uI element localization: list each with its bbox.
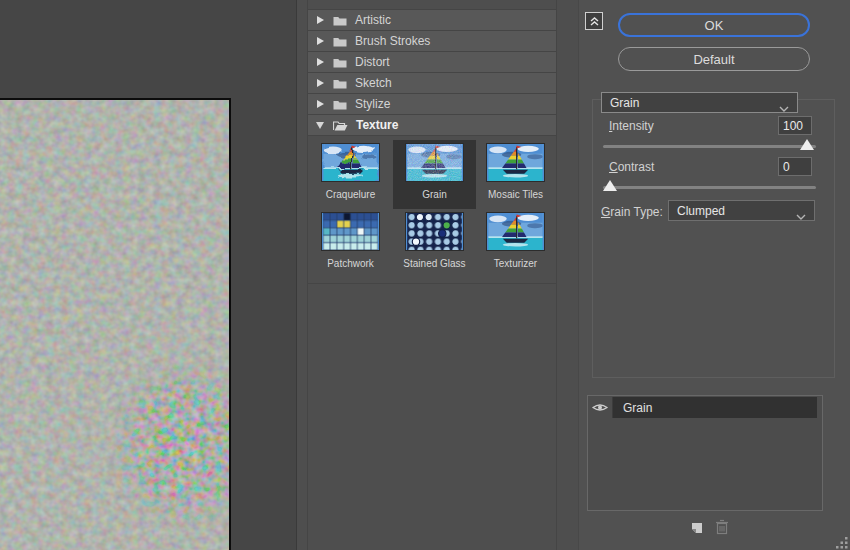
category-stylize[interactable]: Stylize	[308, 94, 556, 115]
contrast-value-input[interactable]	[778, 157, 812, 176]
new-effect-layer-button[interactable]	[688, 520, 704, 539]
grain-thumbnail-image	[405, 143, 464, 182]
filter-thumb-grain[interactable]: Grain	[393, 140, 476, 209]
triangle-expanded-icon	[316, 122, 324, 129]
trash-icon	[715, 519, 729, 535]
folder-open-icon	[333, 120, 348, 131]
thumb-label: Texturizer	[474, 258, 557, 269]
ok-button-label: OK	[705, 18, 724, 33]
collapse-panel-button[interactable]	[585, 12, 603, 30]
preview-image[interactable]	[0, 98, 231, 550]
contrast-slider-track[interactable]	[603, 186, 816, 189]
list-separator	[308, 283, 556, 284]
filter-category-list: Artistic Brush Strokes Distort	[307, 0, 557, 550]
filter-thumb-mosaic-tiles[interactable]: Mosaic Tiles	[474, 140, 557, 209]
filter-browser-panel: Artistic Brush Strokes Distort	[297, 0, 578, 550]
filter-thumb-stained-glass[interactable]: Stained Glass	[393, 209, 476, 278]
intensity-slider-track[interactable]	[603, 145, 816, 148]
craquelure-thumbnail-image	[321, 143, 380, 182]
default-button[interactable]: Default	[618, 47, 810, 71]
preview-pane	[0, 0, 297, 550]
effect-layer-name: Grain	[613, 397, 817, 418]
category-label: Sketch	[355, 76, 392, 90]
filter-thumb-patchwork[interactable]: Patchwork	[309, 209, 392, 278]
category-artistic[interactable]: Artistic	[308, 10, 556, 31]
category-sketch[interactable]: Sketch	[308, 73, 556, 94]
chevron-down-icon	[779, 101, 789, 115]
folder-icon	[333, 57, 347, 68]
category-label: Texture	[356, 118, 398, 132]
contrast-label: Contrast	[609, 160, 654, 174]
triangle-collapsed-icon	[317, 100, 324, 108]
effect-layers-list: Grain	[587, 395, 823, 511]
filter-select-value: Grain	[610, 96, 639, 110]
thumb-label: Patchwork	[309, 258, 392, 269]
category-distort[interactable]: Distort	[308, 52, 556, 73]
grain-type-select[interactable]: Clumped	[668, 200, 815, 221]
stained-glass-thumbnail-image	[405, 212, 464, 251]
triangle-collapsed-icon	[317, 16, 324, 24]
thumb-label: Mosaic Tiles	[474, 189, 557, 200]
resize-grip-icon[interactable]	[836, 537, 848, 550]
category-brush-strokes[interactable]: Brush Strokes	[308, 31, 556, 52]
chevron-down-icon	[796, 209, 806, 223]
effect-layer-row[interactable]: Grain	[588, 397, 822, 418]
texturizer-thumbnail-image	[486, 212, 545, 251]
new-effect-layer-icon	[688, 520, 704, 536]
thumb-label: Stained Glass	[393, 258, 476, 269]
category-label: Brush Strokes	[355, 34, 430, 48]
folder-icon	[333, 36, 347, 47]
category-label: Artistic	[355, 13, 391, 27]
delete-effect-layer-button[interactable]	[715, 519, 729, 538]
intensity-slider-thumb[interactable]	[800, 139, 814, 150]
category-label: Stylize	[355, 97, 390, 111]
grain-type-label: Grain Type:	[601, 205, 663, 219]
default-button-label: Default	[693, 52, 734, 67]
ok-button[interactable]: OK	[618, 13, 810, 37]
panel-divider	[578, 0, 579, 550]
thumb-label: Craquelure	[309, 189, 392, 200]
filter-settings-group	[592, 99, 835, 378]
folder-icon	[333, 78, 347, 89]
triangle-collapsed-icon	[317, 58, 324, 66]
folder-icon	[333, 15, 347, 26]
category-texture[interactable]: Texture	[308, 115, 556, 136]
double-chevron-up-icon	[589, 16, 600, 27]
triangle-collapsed-icon	[317, 37, 324, 45]
mosaic-tiles-thumbnail-image	[486, 143, 545, 182]
filter-thumb-texturizer[interactable]: Texturizer	[474, 209, 557, 278]
folder-icon	[333, 99, 347, 110]
intensity-value-input[interactable]	[778, 116, 812, 135]
patchwork-thumbnail-image	[321, 212, 380, 251]
category-label: Distort	[355, 55, 390, 69]
triangle-collapsed-icon	[317, 79, 324, 87]
eye-icon	[592, 402, 608, 413]
visibility-toggle[interactable]	[588, 397, 613, 418]
filter-gallery-dialog: Artistic Brush Strokes Distort	[0, 0, 850, 550]
grain-type-value: Clumped	[677, 204, 725, 218]
category-rows: Artistic Brush Strokes Distort	[308, 9, 556, 136]
contrast-slider-thumb[interactable]	[603, 180, 617, 191]
filter-thumb-craquelure[interactable]: Craquelure	[309, 140, 392, 209]
thumb-label: Grain	[393, 189, 476, 200]
intensity-label: Intensity	[609, 119, 654, 133]
filter-select[interactable]: Grain	[601, 92, 798, 113]
grain-noise-preview	[0, 100, 229, 550]
